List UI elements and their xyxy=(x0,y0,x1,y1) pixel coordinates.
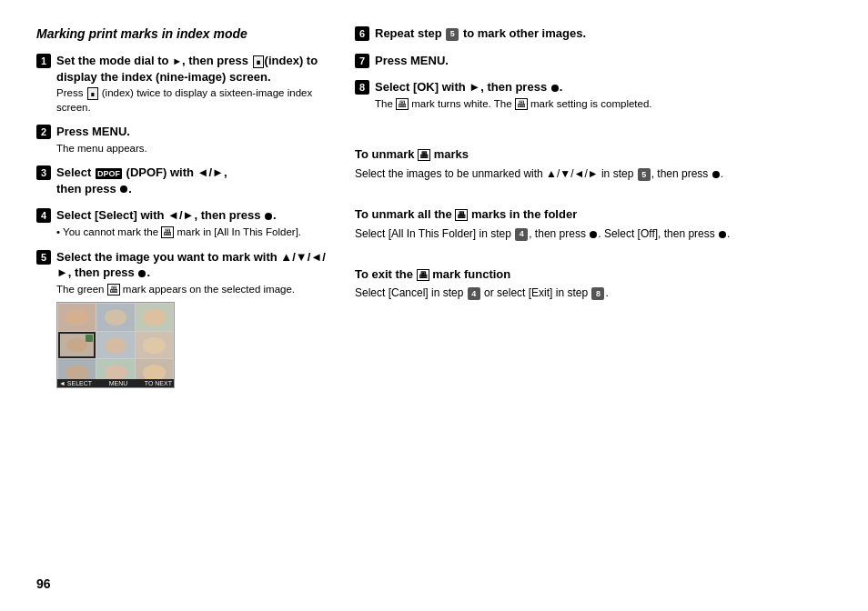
step-ref-4b: 4 xyxy=(468,287,480,300)
step-1-main: Set the mode dial to ►, then press ∎(ind… xyxy=(56,53,328,85)
step-num-6: 6 xyxy=(355,26,369,41)
thumb-cell-1 xyxy=(58,304,96,331)
step-ref-4a: 4 xyxy=(515,228,528,241)
step-ref-5: 5 xyxy=(446,28,459,41)
step-1: 1 Set the mode dial to ►, then press ∎(i… xyxy=(36,53,328,115)
page-number: 96 xyxy=(36,576,51,591)
circle-button-unmark xyxy=(712,171,720,178)
thumb-next-label: TO NEXT xyxy=(145,380,172,386)
step-num-3: 3 xyxy=(36,165,51,180)
step-num-8: 8 xyxy=(355,80,369,95)
thumb-cell-3 xyxy=(136,304,173,331)
step-num-1: 1 xyxy=(36,54,51,68)
step-5-sub: The green 🖶 mark appears on the selected… xyxy=(56,283,328,297)
step-ref-8: 8 xyxy=(591,287,604,300)
step-3-main: Select DPOF (DPOF) with ◄/►,then press . xyxy=(56,165,328,196)
circle-button-8 xyxy=(551,85,559,92)
step-6-content: Repeat step 5 to mark other images. xyxy=(375,25,832,44)
thumb-mark xyxy=(86,335,93,342)
step-2-main: Press MENU. xyxy=(56,124,328,140)
step-5-main: Select the image you want to mark with ▲… xyxy=(56,249,328,281)
circle-button-5 xyxy=(138,270,146,277)
step-8: 8 Select [OK] with ►, then press . The 🖶… xyxy=(355,79,832,111)
circle-button-4 xyxy=(265,213,272,220)
unmark-all-body: Select [All In This Folder] in step 4, t… xyxy=(355,226,832,242)
step-4-sub: You cannot mark the 🖶 mark in [All In Th… xyxy=(56,225,328,240)
step-2-sub: The menu appears. xyxy=(56,142,328,156)
thumb-cell-2 xyxy=(96,304,134,331)
step-6: 6 Repeat step 5 to mark other images. xyxy=(355,25,832,44)
step-4-main: Select [Select] with ◄/►, then press . xyxy=(56,207,328,224)
step-3-content: Select DPOF (DPOF) with ◄/►,then press . xyxy=(56,165,328,198)
step-2-content: Press MENU. The menu appears. xyxy=(56,124,328,155)
step-num-7: 7 xyxy=(355,54,369,68)
unmark-body: Select the images to be unmarked with ▲/… xyxy=(355,166,832,182)
step-4-content: Select [Select] with ◄/►, then press . Y… xyxy=(56,207,328,239)
unmark-all-title: To unmark all the 🖶 marks in the folder xyxy=(355,207,832,223)
thumb-select-label: ◄ SELECT xyxy=(59,380,92,386)
thumb-bottom-bar: ◄ SELECT MENU TO NEXT xyxy=(57,379,174,387)
step-4: 4 Select [Select] with ◄/►, then press .… xyxy=(36,207,328,239)
thumb-cell-6 xyxy=(136,332,173,359)
step-3: 3 Select DPOF (DPOF) with ◄/►,then press… xyxy=(36,165,328,198)
step-num-2: 2 xyxy=(36,125,51,139)
circle-button-unmark-all xyxy=(590,231,597,238)
thumb-cell-5 xyxy=(96,332,134,359)
exit-title: To exit the 🖶 mark function xyxy=(355,267,832,283)
exit-body: Select [Cancel] in step 4 or select [Exi… xyxy=(355,285,832,301)
step-5: 5 Select the image you want to mark with… xyxy=(36,249,328,389)
thumb-menu-label: MENU xyxy=(109,380,128,386)
step-4-bullet: You cannot mark the 🖶 mark in [All In Th… xyxy=(56,225,328,240)
index-icon-2: ∎ xyxy=(87,87,98,100)
thumbnail-image: ◄ SELECT MENU TO NEXT xyxy=(56,302,175,388)
step-8-main: Select [OK] with ►, then press . xyxy=(375,79,832,95)
right-column: 6 Repeat step 5 to mark other images. 7 … xyxy=(355,25,832,586)
step-1-content: Set the mode dial to ►, then press ∎(ind… xyxy=(56,53,328,115)
left-column: Marking print marks in index mode 1 Set … xyxy=(36,25,328,586)
circle-button-unmark-all-2 xyxy=(719,231,726,238)
page: Marking print marks in index mode 1 Set … xyxy=(0,0,868,611)
thumb-cell-4 xyxy=(58,332,96,359)
step-8-content: Select [OK] with ►, then press . The 🖶 m… xyxy=(375,79,832,111)
step-num-4: 4 xyxy=(36,208,51,223)
step-7-content: Press MENU. xyxy=(375,53,832,71)
thumb-grid xyxy=(57,303,174,387)
circle-button-3 xyxy=(120,185,127,193)
step-ref-5b: 5 xyxy=(638,168,651,181)
content-columns: Marking print marks in index mode 1 Set … xyxy=(36,25,832,586)
step-6-main: Repeat step 5 to mark other images. xyxy=(375,25,832,42)
step-2: 2 Press MENU. The menu appears. xyxy=(36,124,328,155)
step-7: 7 Press MENU. xyxy=(355,53,832,71)
step-1-sub: Press ∎ (index) twice to display a sixte… xyxy=(56,86,328,115)
dpof-icon: DPOF xyxy=(96,168,122,179)
step-5-content: Select the image you want to mark with ▲… xyxy=(56,249,328,389)
step-7-main: Press MENU. xyxy=(375,53,832,69)
step-num-5: 5 xyxy=(36,250,51,265)
section-title: Marking print marks in index mode xyxy=(36,25,328,42)
index-icon: ∎ xyxy=(253,55,264,68)
unmark-title: To unmark 🖶 marks xyxy=(355,147,832,163)
step-8-sub: The 🖶 mark turns white. The 🖶 mark setti… xyxy=(375,97,832,112)
